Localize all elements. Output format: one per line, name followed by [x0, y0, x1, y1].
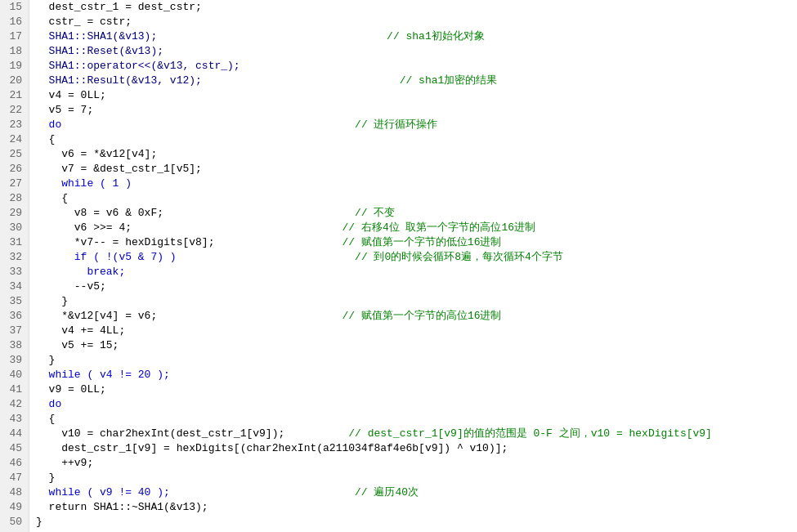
line-number: 44 [7, 427, 22, 441]
code-area[interactable]: dest_cstr_1 = dest_cstr; cstr_ = cstr; S… [29, 0, 797, 532]
line-number: 39 [7, 353, 22, 368]
code-line: } [36, 353, 790, 368]
line-number: 15 [7, 0, 22, 15]
line-number: 38 [7, 338, 22, 353]
code-line: v7 = &dest_cstr_1[v5]; [36, 162, 790, 177]
line-number: 16 [7, 15, 22, 29]
line-number: 17 [7, 29, 22, 44]
line-number: 47 [7, 471, 22, 485]
line-number: 33 [7, 265, 22, 279]
code-line: { [36, 191, 790, 206]
line-number: 19 [7, 59, 22, 74]
line-number: 50 [7, 515, 22, 530]
code-line: do // 进行循环操作 [36, 118, 790, 132]
line-number: 37 [7, 324, 22, 338]
line-number: 18 [7, 44, 22, 59]
line-numbers: 1516171819202122232425262728293031323334… [0, 0, 29, 532]
code-line: { [36, 132, 790, 147]
line-number: 24 [7, 132, 22, 147]
code-line: { [36, 412, 790, 427]
code-line: cstr_ = cstr; [36, 15, 790, 29]
code-line: while ( 1 ) [36, 177, 790, 191]
code-line: break; [36, 265, 790, 279]
code-line: while ( v9 != 40 ); // 遍历40次 [36, 485, 790, 500]
line-number: 40 [7, 368, 22, 382]
code-container: 1516171819202122232425262728293031323334… [0, 0, 797, 532]
line-number: 49 [7, 500, 22, 515]
code-line: v6 = *&v12[v4]; [36, 147, 790, 162]
line-number: 25 [7, 147, 22, 162]
code-line: v10 = char2hexInt(dest_cstr_1[v9]); // d… [36, 427, 790, 441]
code-line: } [36, 471, 790, 485]
line-number: 29 [7, 206, 22, 221]
code-line: v5 = 7; [36, 103, 790, 118]
line-number: 27 [7, 177, 22, 191]
code-line: dest_cstr_1[v9] = hexDigits[(char2hexInt… [36, 441, 790, 456]
code-line: while ( v4 != 20 ); [36, 368, 790, 382]
line-number: 34 [7, 279, 22, 294]
code-line: *&v12[v4] = v6; // 赋值第一个字节的高位16进制 [36, 309, 790, 324]
code-line: ++v9; [36, 456, 790, 471]
line-number: 45 [7, 441, 22, 456]
code-line: *v7-- = hexDigits[v8]; // 赋值第一个字节的低位16进制 [36, 235, 790, 250]
code-line: v9 = 0LL; [36, 382, 790, 397]
line-number: 20 [7, 74, 22, 88]
line-number: 48 [7, 485, 22, 500]
line-number: 41 [7, 382, 22, 397]
code-line: } [36, 515, 790, 530]
line-number: 28 [7, 191, 22, 206]
line-number: 36 [7, 309, 22, 324]
line-number: 30 [7, 221, 22, 235]
code-line: SHA1::SHA1(&v13); // sha1初始化对象 [36, 29, 790, 44]
code-line: SHA1::Result(&v13, v12); // sha1加密的结果 [36, 74, 790, 88]
line-number: 21 [7, 88, 22, 103]
code-line: v5 += 15; [36, 338, 790, 353]
code-line: if ( !(v5 & 7) ) // 到0的时候会循环8遍，每次循环4个字节 [36, 250, 790, 265]
code-line: v6 >>= 4; // 右移4位 取第一个字节的高位16进制 [36, 221, 790, 235]
code-line: do [36, 397, 790, 412]
code-line: return SHA1::~SHA1(&v13); [36, 500, 790, 515]
code-line: SHA1::Reset(&v13); [36, 44, 790, 59]
line-number: 31 [7, 235, 22, 250]
code-line: --v5; [36, 279, 790, 294]
line-number: 35 [7, 294, 22, 309]
code-line: v4 += 4LL; [36, 324, 790, 338]
code-line: SHA1::operator<<(&v13, cstr_); [36, 59, 790, 74]
code-line: v8 = v6 & 0xF; // 不变 [36, 206, 790, 221]
line-number: 46 [7, 456, 22, 471]
line-number: 43 [7, 412, 22, 427]
line-number: 23 [7, 118, 22, 132]
code-line: } [36, 294, 790, 309]
line-number: 32 [7, 250, 22, 265]
line-number: 22 [7, 103, 22, 118]
code-line: dest_cstr_1 = dest_cstr; [36, 0, 790, 15]
code-line: v4 = 0LL; [36, 88, 790, 103]
line-number: 42 [7, 397, 22, 412]
line-number: 26 [7, 162, 22, 177]
